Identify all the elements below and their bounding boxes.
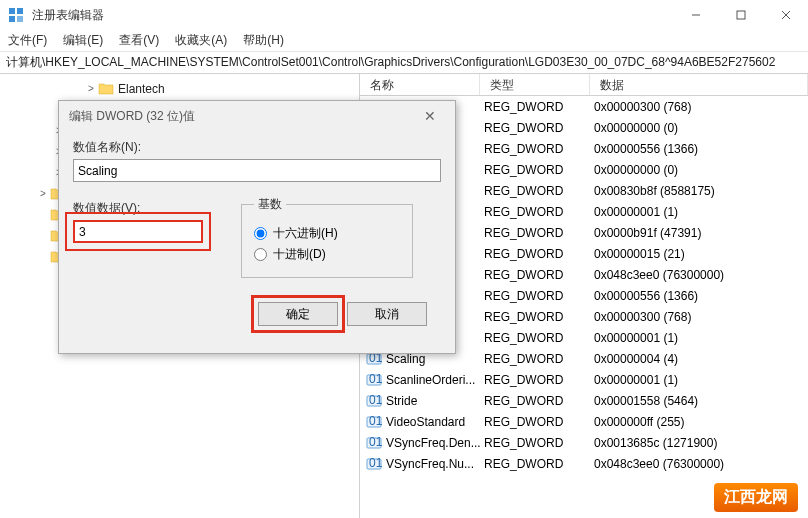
list-row[interactable]: 011VSyncFreq.Den...REG_DWORD0x0013685c (… xyxy=(360,432,808,453)
menu-file[interactable]: 文件(F) xyxy=(8,32,47,49)
col-data[interactable]: 数据 xyxy=(590,74,808,95)
row-data: 0x00000556 (1366) xyxy=(590,142,808,156)
row-name: Stride xyxy=(386,394,417,408)
row-data: 0x00000001 (1) xyxy=(590,331,808,345)
svg-text:011: 011 xyxy=(369,372,382,386)
svg-text:011: 011 xyxy=(369,393,382,407)
value-data-label: 数值数据(V): xyxy=(73,200,203,217)
ok-button[interactable]: 确定 xyxy=(258,302,338,326)
row-data: 0x0013685c (1271900) xyxy=(590,436,808,450)
value-name-label: 数值名称(N): xyxy=(73,139,441,156)
svg-rect-2 xyxy=(9,16,15,22)
row-type: REG_DWORD xyxy=(480,268,590,282)
row-data: 0x00000001 (1) xyxy=(590,373,808,387)
svg-text:011: 011 xyxy=(369,435,382,449)
menu-view[interactable]: 查看(V) xyxy=(119,32,159,49)
menu-edit[interactable]: 编辑(E) xyxy=(63,32,103,49)
list-row[interactable]: 011StrideREG_DWORD0x00001558 (5464) xyxy=(360,390,808,411)
tree-item-label: Elantech xyxy=(118,82,165,96)
radio-dec[interactable] xyxy=(254,248,267,261)
row-type: REG_DWORD xyxy=(480,373,590,387)
radio-dec-row[interactable]: 十进制(D) xyxy=(254,246,400,263)
minimize-button[interactable] xyxy=(673,0,718,30)
menu-favorites[interactable]: 收藏夹(A) xyxy=(175,32,227,49)
value-data-input[interactable] xyxy=(73,220,203,243)
col-type[interactable]: 类型 xyxy=(480,74,590,95)
row-data: 0x00000300 (768) xyxy=(590,100,808,114)
row-type: REG_DWORD xyxy=(480,100,590,114)
edit-dword-dialog: 编辑 DWORD (32 位)值 ✕ 数值名称(N): 数值数据(V): 基数 … xyxy=(58,100,456,354)
menu-help[interactable]: 帮助(H) xyxy=(243,32,284,49)
row-type: REG_DWORD xyxy=(480,247,590,261)
row-type: REG_DWORD xyxy=(480,415,590,429)
watermark: 江西龙网 xyxy=(714,483,798,512)
dword-icon: 011 xyxy=(366,414,382,430)
dialog-title: 编辑 DWORD (32 位)值 xyxy=(69,108,415,125)
dword-icon: 011 xyxy=(366,372,382,388)
value-name-input[interactable] xyxy=(73,159,441,182)
cancel-button[interactable]: 取消 xyxy=(347,302,427,326)
dword-icon: 011 xyxy=(366,435,382,451)
row-data: 0x00000000 (0) xyxy=(590,163,808,177)
svg-rect-1 xyxy=(17,8,23,14)
svg-text:011: 011 xyxy=(369,456,382,470)
row-data: 0x00000556 (1366) xyxy=(590,289,808,303)
radio-hex[interactable] xyxy=(254,227,267,240)
app-icon xyxy=(8,7,24,23)
svg-text:011: 011 xyxy=(369,414,382,428)
row-name: ScanlineOrderi... xyxy=(386,373,475,387)
row-type: REG_DWORD xyxy=(480,457,590,471)
row-name: VSyncFreq.Den... xyxy=(386,436,480,450)
row-type: REG_DWORD xyxy=(480,121,590,135)
close-button[interactable] xyxy=(763,0,808,30)
row-data: 0x00830b8f (8588175) xyxy=(590,184,808,198)
row-data: 0x0000b91f (47391) xyxy=(590,226,808,240)
expand-icon[interactable]: > xyxy=(84,83,98,94)
dword-icon: 011 xyxy=(366,456,382,472)
radio-dec-label: 十进制(D) xyxy=(273,246,326,263)
row-data: 0x00000015 (21) xyxy=(590,247,808,261)
row-data: 0x00000001 (1) xyxy=(590,205,808,219)
list-header: 名称 类型 数据 xyxy=(360,74,808,96)
expand-icon[interactable]: > xyxy=(36,188,50,199)
list-row[interactable]: 011VideoStandardREG_DWORD0x000000ff (255… xyxy=(360,411,808,432)
col-name[interactable]: 名称 xyxy=(360,74,480,95)
dword-icon: 011 xyxy=(366,393,382,409)
radio-hex-row[interactable]: 十六进制(H) xyxy=(254,225,400,242)
svg-rect-3 xyxy=(17,16,23,22)
svg-rect-5 xyxy=(737,11,745,19)
title-bar: 注册表编辑器 xyxy=(0,0,808,30)
svg-rect-0 xyxy=(9,8,15,14)
row-type: REG_DWORD xyxy=(480,226,590,240)
row-data: 0x000000ff (255) xyxy=(590,415,808,429)
row-data: 0x00000000 (0) xyxy=(590,121,808,135)
list-row[interactable]: 011ScanlineOrderi...REG_DWORD0x00000001 … xyxy=(360,369,808,390)
row-type: REG_DWORD xyxy=(480,331,590,345)
row-type: REG_DWORD xyxy=(480,142,590,156)
maximize-button[interactable] xyxy=(718,0,763,30)
base-fieldset: 基数 十六进制(H) 十进制(D) xyxy=(241,196,413,278)
window-title: 注册表编辑器 xyxy=(32,7,673,24)
row-type: REG_DWORD xyxy=(480,163,590,177)
address-text: 计算机\HKEY_LOCAL_MACHINE\SYSTEM\ControlSet… xyxy=(6,54,775,71)
list-row[interactable]: 011VSyncFreq.Nu...REG_DWORD0x048c3ee0 (7… xyxy=(360,453,808,474)
address-bar[interactable]: 计算机\HKEY_LOCAL_MACHINE\SYSTEM\ControlSet… xyxy=(0,52,808,74)
row-type: REG_DWORD xyxy=(480,310,590,324)
row-type: REG_DWORD xyxy=(480,352,590,366)
row-type: REG_DWORD xyxy=(480,184,590,198)
dialog-close-button[interactable]: ✕ xyxy=(415,108,445,124)
base-legend: 基数 xyxy=(254,196,286,213)
radio-hex-label: 十六进制(H) xyxy=(273,225,338,242)
folder-icon xyxy=(98,82,114,96)
row-name: VideoStandard xyxy=(386,415,465,429)
row-name: VSyncFreq.Nu... xyxy=(386,457,474,471)
tree-item[interactable]: >Elantech xyxy=(0,78,359,99)
row-data: 0x048c3ee0 (76300000) xyxy=(590,268,808,282)
row-data: 0x00001558 (5464) xyxy=(590,394,808,408)
row-data: 0x00000004 (4) xyxy=(590,352,808,366)
row-data: 0x048c3ee0 (76300000) xyxy=(590,457,808,471)
row-type: REG_DWORD xyxy=(480,205,590,219)
row-type: REG_DWORD xyxy=(480,394,590,408)
dialog-titlebar: 编辑 DWORD (32 位)值 ✕ xyxy=(59,101,455,131)
menu-bar: 文件(F) 编辑(E) 查看(V) 收藏夹(A) 帮助(H) xyxy=(0,30,808,52)
